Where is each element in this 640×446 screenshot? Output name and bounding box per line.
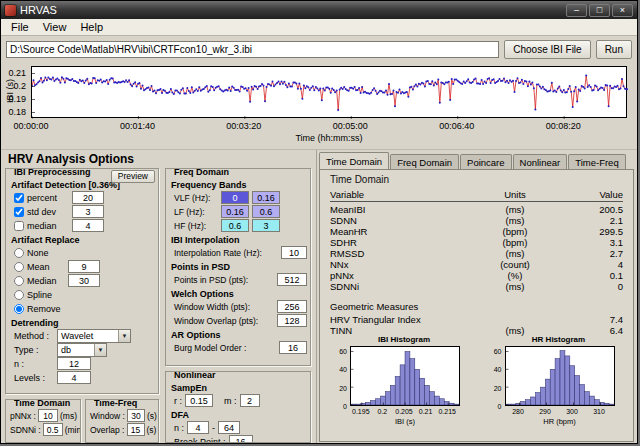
stddev-input[interactable] (72, 205, 104, 218)
tick-label: 0.195 (352, 408, 370, 415)
detrend-n-label: n : (14, 359, 54, 369)
results-tabs: Time Domain Freq Domain Poincare Nonline… (319, 152, 627, 169)
menu-help[interactable]: Help (73, 20, 110, 34)
run-button[interactable]: Run (596, 40, 632, 59)
group-time-freq-title: Time-Freq (91, 399, 140, 408)
replace-mean-input[interactable] (68, 260, 100, 273)
tick-label: 40 (494, 366, 502, 373)
tick-label: 0.18 (8, 107, 26, 117)
ibi-histogram-xlabel: IBI (s) (350, 417, 460, 426)
detrend-type-value: db (58, 345, 94, 355)
hf-low-input[interactable] (221, 219, 249, 232)
tick-label: 0.21 (419, 408, 433, 415)
menu-file[interactable]: File (4, 20, 36, 34)
tab-time-domain[interactable]: Time Domain (319, 152, 389, 169)
tab-poincare[interactable]: Poincare (460, 154, 512, 169)
sdnni-input[interactable] (43, 423, 63, 436)
chevron-down-icon[interactable]: ▼ (118, 330, 130, 342)
group-time-domain-options: Time Domain pNNx : (ms) SDNNi : (min) (5, 399, 81, 443)
maximize-button-icon[interactable]: □ (589, 4, 610, 17)
cell-variable: SDHR (330, 237, 470, 248)
detrend-levels-input[interactable] (57, 371, 91, 384)
replace-spline-radio[interactable] (14, 290, 24, 300)
menu-view[interactable]: View (36, 20, 74, 34)
detrend-type-select[interactable]: db ▼ (57, 343, 107, 357)
tick-label: 00:08:20 (546, 121, 581, 131)
ibi-file-path-input[interactable] (6, 41, 499, 58)
psd-points-label: Points in PSD (pts): (174, 275, 248, 285)
close-button-icon[interactable]: × (612, 4, 633, 17)
tab-nonlinear[interactable]: Nonlinear (513, 154, 568, 169)
ibi-histogram-plot (350, 346, 460, 406)
tf-window-input[interactable] (127, 409, 145, 422)
dfa-n-low-input[interactable] (187, 421, 209, 434)
pnnx-label: pNNx : (10, 411, 36, 421)
ibi-histogram-title: IBI Histogram (350, 335, 458, 344)
welch-width-row: Window Width (pts): (174, 300, 307, 313)
cell-value: 2.1 (560, 215, 623, 226)
group-freq-domain-title: Freq Domain (171, 168, 232, 177)
lf-high-input[interactable] (252, 205, 280, 218)
percent-checkbox[interactable] (14, 193, 24, 203)
welch-width-input[interactable] (277, 300, 307, 313)
sampen-m-input[interactable] (240, 394, 260, 407)
welch-overlap-input[interactable] (277, 314, 307, 327)
dfa-n-dash: - (212, 423, 215, 433)
stddev-checkbox[interactable] (14, 207, 24, 217)
median-label: median (27, 221, 69, 231)
replace-median-label: Median (27, 276, 65, 286)
ibi-histogram: IBI Histogram 0204060 0.1950.20.2050.210… (322, 334, 477, 438)
burg-order-input[interactable] (279, 341, 307, 354)
interp-rate-input[interactable] (281, 246, 307, 259)
tick-label: 00:00:00 (13, 121, 48, 131)
median-input[interactable] (72, 219, 104, 232)
percent-input[interactable] (72, 191, 104, 204)
dfa-n-label: n : (174, 423, 184, 433)
cell-units: (ms) (470, 248, 560, 259)
dfa-n-high-input[interactable] (218, 421, 240, 434)
hf-high-input[interactable] (252, 219, 280, 232)
tick-label: 60 (339, 347, 347, 354)
replace-median-radio[interactable] (14, 276, 24, 286)
tick-label: 20 (339, 384, 347, 391)
col-value: Value (560, 189, 623, 200)
titlebar[interactable]: HRVAS – □ × (1, 1, 637, 19)
replace-none-radio[interactable] (14, 248, 24, 258)
cell-variable: SDNN (330, 215, 470, 226)
sampen-m-label: m : (224, 396, 237, 406)
detrend-levels-row: Levels : (14, 371, 155, 384)
artifact-detect-stddev-row: std dev (14, 205, 155, 218)
replace-mean-radio[interactable] (14, 262, 24, 272)
tab-freq-domain[interactable]: Freq Domain (390, 154, 459, 169)
tick-label: 0 (343, 403, 347, 410)
vlf-low-input[interactable] (221, 191, 249, 204)
median-checkbox[interactable] (14, 221, 24, 231)
group-ibi-preprocessing-title: IBI Preprocessing (11, 168, 94, 177)
minimize-button-icon[interactable]: – (566, 4, 587, 17)
pnnx-unit: (ms) (60, 411, 77, 421)
detrend-method-select[interactable]: Wavelet ▼ (57, 329, 131, 343)
pnnx-input[interactable] (38, 409, 58, 422)
tick-label: 0.215 (438, 408, 456, 415)
cell-units: (ms) (470, 215, 560, 226)
sampen-r-input[interactable] (185, 394, 213, 407)
detrend-n-input[interactable] (57, 357, 91, 370)
tf-overlap-input[interactable] (127, 423, 145, 436)
hr-histogram: HR Histogram 0204060 280290300310 HR (bp… (477, 334, 632, 438)
psd-points-input[interactable] (277, 273, 307, 286)
ibi-plot-canvas (32, 67, 628, 119)
preview-button[interactable]: Preview (111, 170, 155, 183)
replace-remove-radio[interactable] (14, 304, 24, 314)
sampen-r-label: r : (174, 396, 182, 406)
vlf-high-input[interactable] (252, 191, 280, 204)
lf-low-input[interactable] (221, 205, 249, 218)
hf-row: HF (Hz): (174, 219, 307, 232)
points-in-psd-title: Points in PSD (171, 262, 310, 272)
dfa-breakpoint-input[interactable] (229, 435, 253, 443)
tab-time-freq[interactable]: Time-Freq (568, 154, 625, 169)
choose-ibi-file-button[interactable]: Choose IBI File (504, 40, 590, 59)
tick-label: 00:06:40 (439, 121, 474, 131)
detrending-title: Detrending (11, 318, 158, 328)
replace-median-input[interactable] (68, 274, 100, 287)
chevron-down-icon[interactable]: ▼ (94, 344, 106, 356)
